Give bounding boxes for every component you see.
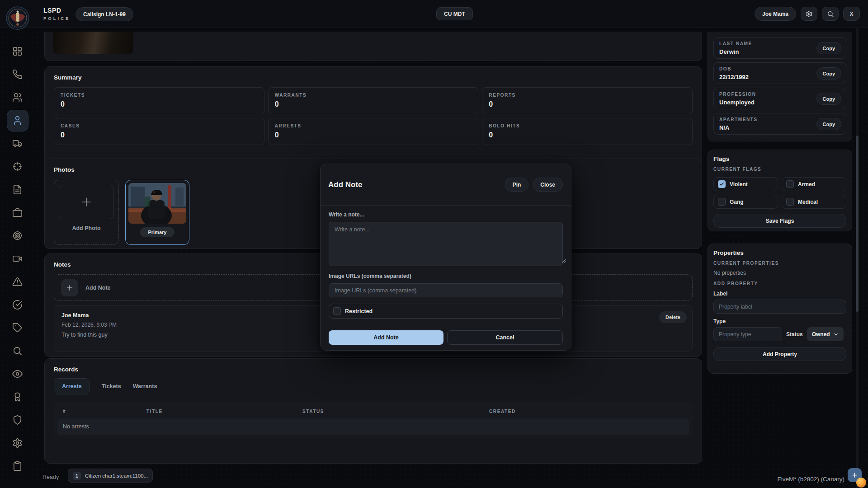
sidebar-item-settings[interactable] <box>12 437 23 448</box>
close-modal-button[interactable]: Close <box>533 178 563 192</box>
field-apartments: APARTMENTS N/A Copy <box>713 113 846 135</box>
records-table-header: # TITLE STATUS CREATED <box>57 405 689 418</box>
restricted-checkbox-row[interactable]: Restricted <box>329 304 563 319</box>
cu-mdt-button[interactable]: CU MDT <box>436 7 473 20</box>
sidebar-item-dashboard[interactable] <box>12 46 23 56</box>
flags-title: Flags <box>713 155 846 162</box>
user-button[interactable]: Joe Mama <box>755 7 796 21</box>
sidebar-item-logs[interactable] <box>12 460 23 471</box>
modal-header-buttons: Pin Close <box>505 178 563 192</box>
sidebar-item-warrants[interactable] <box>12 276 23 287</box>
close-app-button[interactable]: X <box>843 7 860 21</box>
add-property-section-label: ADD PROPERTY <box>713 281 846 286</box>
sidebar-item-cases[interactable] <box>12 207 23 218</box>
partial-photo[interactable] <box>53 32 133 54</box>
vertical-scrollbar-thumb[interactable] <box>856 136 859 312</box>
summary-title: Summary <box>54 74 693 81</box>
sidebar-item-citizen-profile[interactable] <box>12 115 23 126</box>
resource-count-badge: 1 <box>73 472 81 480</box>
modal-divider <box>329 326 563 326</box>
properties-title: Properties <box>713 249 846 256</box>
sidebar-item-approvals[interactable] <box>12 299 23 310</box>
sidebar-item-search[interactable] <box>12 345 23 356</box>
modal-header: Add Note Pin Close <box>321 164 571 206</box>
callsign-button[interactable]: Callsign LN-1-99 <box>75 7 133 21</box>
vertical-scrollbar-track[interactable] <box>856 28 859 488</box>
delete-note-button[interactable]: Delete <box>659 311 687 323</box>
flags-card: Flags CURRENT FLAGS Violent Armed Gang M… <box>708 150 852 231</box>
sidebar-item-roster[interactable] <box>12 414 23 425</box>
property-label-input[interactable] <box>713 300 846 314</box>
checkbox-icon <box>718 180 726 188</box>
search-icon <box>12 346 23 356</box>
copy-profession-button[interactable]: Copy <box>816 93 842 105</box>
image-urls-input[interactable] <box>329 283 563 297</box>
flag-checkbox-medical[interactable]: Medical <box>782 195 846 209</box>
primary-photo-card[interactable]: Primary <box>125 180 189 245</box>
checkbox-icon <box>786 180 794 188</box>
checkbox-icon <box>333 307 341 315</box>
stat-warrants: WARRANTS 0 <box>268 87 479 114</box>
mdt-app: LSPD POLICE Callsign LN-1-99 CU MDT Joe … <box>0 0 868 488</box>
settings-button[interactable] <box>801 7 817 21</box>
flag-checkbox-armed[interactable]: Armed <box>782 177 846 191</box>
column-number: # <box>63 409 146 414</box>
tab-tickets[interactable]: Tickets <box>102 383 121 389</box>
stat-bolo-hits: BOLO HITS 0 <box>482 118 693 145</box>
modal-body: Write a note... Image URLs (comma separa… <box>321 206 571 345</box>
sidebar-item-awards[interactable] <box>12 391 23 402</box>
property-type-input[interactable] <box>713 327 782 341</box>
current-properties-label: CURRENT PROPERTIES <box>713 261 846 266</box>
modal-title: Add Note <box>328 180 363 189</box>
no-properties-text: No properties <box>713 270 846 276</box>
tab-warrants[interactable]: Warrants <box>133 383 157 389</box>
add-photo-button[interactable]: Add Photo <box>54 180 119 245</box>
sidebar-item-cameras[interactable] <box>12 253 23 264</box>
copy-last-name-button[interactable]: Copy <box>816 42 842 54</box>
property-type-label: Type <box>713 318 846 324</box>
truck-icon <box>12 138 23 149</box>
stat-arrests: ARRESTS 0 <box>268 118 479 145</box>
corner-emoji-icon <box>856 478 866 488</box>
tab-arrests[interactable]: Arrests <box>54 378 90 394</box>
image-urls-label: Image URLs (comma separated) <box>329 273 563 279</box>
add-property-button[interactable]: Add Property <box>713 347 846 361</box>
copy-dob-button[interactable]: Copy <box>816 67 842 80</box>
status-text: Ready <box>42 474 59 480</box>
user-button-label: Joe Mama <box>762 11 788 17</box>
save-flags-button[interactable]: Save Flags <box>713 214 846 228</box>
sidebar-item-bolos[interactable] <box>12 230 23 241</box>
property-status-select[interactable]: Owned <box>807 327 844 341</box>
stat-cases: CASES 0 <box>54 118 264 145</box>
alert-triangle-icon <box>12 277 23 287</box>
copy-apartments-button[interactable]: Copy <box>816 118 842 130</box>
resize-handle-icon[interactable] <box>562 259 566 263</box>
sidebar-item-dispatch[interactable] <box>12 161 23 172</box>
sidebar-item-vehicles[interactable] <box>12 138 23 149</box>
resource-button[interactable]: 1 Citizen char1:steam:1100... <box>68 469 153 483</box>
field-last-name: LAST NAME Derwin Copy <box>713 37 846 59</box>
records-table: # TITLE STATUS CREATED No arrests <box>54 402 693 438</box>
sidebar-item-calls[interactable] <box>12 69 23 80</box>
property-status-label: Status <box>786 331 803 338</box>
property-type-row: Status Owned <box>713 327 846 341</box>
search-button[interactable] <box>822 7 839 21</box>
pin-button[interactable]: Pin <box>505 178 529 192</box>
cancel-button[interactable]: Cancel <box>447 330 563 345</box>
search-icon <box>827 10 834 18</box>
flag-checkbox-gang[interactable]: Gang <box>713 195 778 209</box>
checkbox-icon <box>786 198 794 206</box>
flag-checkbox-violent[interactable]: Violent <box>713 177 778 191</box>
callsign-label: Callsign LN-1-99 <box>83 11 126 18</box>
submit-note-button[interactable]: Add Note <box>329 330 443 345</box>
note-textarea[interactable] <box>329 222 563 266</box>
sidebar-item-charges[interactable] <box>12 322 23 333</box>
award-icon <box>12 392 23 402</box>
sidebar-item-surveillance[interactable] <box>12 368 23 379</box>
lspd-badge-logo <box>6 6 29 30</box>
summary-stats: TICKETS 0 WARRANTS 0 REPORTS 0 CASES 0 A… <box>54 87 693 145</box>
sidebar-item-units[interactable] <box>12 92 23 103</box>
user-icon <box>12 115 23 126</box>
citizen-photo <box>128 183 186 224</box>
sidebar-item-reports[interactable] <box>12 184 23 195</box>
